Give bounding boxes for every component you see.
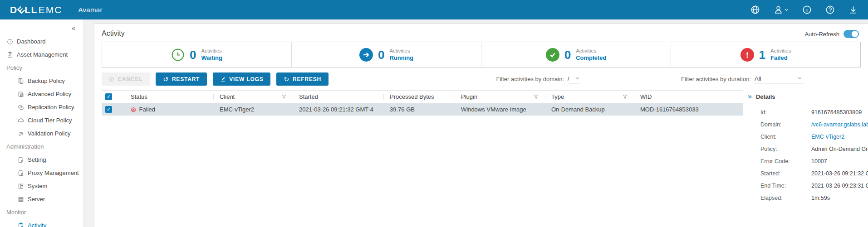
column-divider xyxy=(455,94,455,100)
sidebar-section-administration: Administration xyxy=(0,140,83,153)
info-icon[interactable] xyxy=(802,5,812,15)
table-header-row: ✓ Status Client Started Processed Bytes xyxy=(102,90,743,103)
cancel-button[interactable]: ⊘ CANCEL xyxy=(102,72,150,86)
globe-icon[interactable] xyxy=(750,5,760,15)
sidebar-item-label: Dashboard xyxy=(17,38,46,45)
column-label: WID xyxy=(640,93,652,100)
running-count: 0 xyxy=(378,49,384,61)
cancel-button-label: CANCEL xyxy=(118,76,143,82)
card-activities-completed: 0 Activities Completed xyxy=(481,42,671,67)
domain-link[interactable]: /vc6-avamar.gslabs.lab.emc.com xyxy=(811,121,868,128)
auto-refresh-label: Auto-Refresh xyxy=(804,31,839,38)
details-panel: » Details Id: 9161676485303809 Domain: /… xyxy=(743,90,868,224)
detail-field-started: Started: 2021-03-26 09:21:32 GMT-4 xyxy=(743,167,868,179)
client-link[interactable]: EMC-vTiger2 xyxy=(811,134,844,140)
sidebar-item-label: Proxy Management xyxy=(28,169,79,176)
system-icon xyxy=(17,183,24,189)
restart-button[interactable]: ↺ RESTART xyxy=(156,72,207,86)
filter-funnel-icon[interactable] xyxy=(281,94,286,99)
running-arrow-icon xyxy=(359,48,373,62)
filter-funnel-icon[interactable] xyxy=(534,94,539,99)
top-bar: DELL EMC Avamar xyxy=(0,0,868,19)
sidebar-item-validation-policy[interactable]: Validation Policy xyxy=(0,127,83,140)
card-activities-waiting: 0 Activities Waiting xyxy=(102,42,291,67)
field-value: 2021-03-26 09:21:32 GMT-4 xyxy=(811,170,868,177)
sidebar-item-proxy-management[interactable]: Proxy Management xyxy=(0,166,83,179)
row-checkbox-cell: ✓ xyxy=(102,106,124,113)
restart-button-label: RESTART xyxy=(172,76,200,82)
column-label: Plugin xyxy=(461,93,477,100)
card-activities-failed: 1 Activities Failed xyxy=(671,42,860,67)
sidebar-item-advanced-policy[interactable]: Advanced Policy xyxy=(0,87,83,101)
auto-refresh-toggle[interactable] xyxy=(843,30,859,38)
sidebar-item-dashboard[interactable]: Dashboard xyxy=(0,35,83,48)
column-header-processed-bytes[interactable]: Processed Bytes xyxy=(383,91,455,103)
dashboard-icon xyxy=(6,38,13,45)
sidebar-item-replication-policy[interactable]: Replication Policy xyxy=(0,101,83,114)
sidebar-item-system[interactable]: System xyxy=(0,179,83,193)
column-label: Started xyxy=(299,93,318,100)
card-label-completed: Completed xyxy=(576,54,606,62)
card-label-running: Running xyxy=(389,54,413,62)
main-content: Activity Auto-Refresh 0 Activities Waiti… xyxy=(94,23,868,227)
card-label-activities: Activities xyxy=(201,48,222,54)
toggle-knob xyxy=(852,31,858,37)
sidebar-item-label: Server xyxy=(28,196,45,203)
content-header: Activity Auto-Refresh xyxy=(94,24,868,42)
column-header-status[interactable]: Status xyxy=(124,91,213,103)
sidebar-item-label: Activity xyxy=(28,222,46,227)
row-started-cell: 2021-03-26 09:21:32 GMT-4 xyxy=(293,106,383,113)
duration-filter-select[interactable]: All xyxy=(754,75,803,83)
cancel-icon: ⊘ xyxy=(109,76,115,83)
row-wid-cell: MOD-1616764853033 xyxy=(634,106,743,113)
topbar-actions xyxy=(750,5,868,15)
column-header-started[interactable]: Started xyxy=(293,91,383,103)
sidebar-item-label: Backup Policy xyxy=(28,77,65,84)
dell-wordmark: DELL xyxy=(10,5,38,15)
sidebar-item-activity[interactable]: Activity xyxy=(0,219,83,227)
column-label: Type xyxy=(551,93,564,100)
domain-filter-select[interactable]: / xyxy=(567,75,580,83)
column-header-client[interactable]: Client xyxy=(213,91,293,103)
column-divider xyxy=(383,94,384,100)
filter-funnel-icon[interactable] xyxy=(623,94,628,99)
sidebar-item-setting[interactable]: Setting xyxy=(0,153,83,166)
sidebar-item-server[interactable]: Server xyxy=(0,193,83,206)
select-all-checkbox[interactable]: ✓ xyxy=(105,93,112,100)
column-divider xyxy=(213,94,214,100)
column-divider xyxy=(545,94,545,100)
setting-icon xyxy=(17,156,24,163)
sidebar-item-backup-policy[interactable]: Backup Policy xyxy=(0,74,83,87)
help-icon[interactable] xyxy=(825,5,835,15)
row-checkbox[interactable]: ✓ xyxy=(105,106,112,113)
sidebar-collapse-button[interactable]: « xyxy=(72,24,75,32)
user-menu[interactable] xyxy=(773,5,789,15)
activity-lower-region: ✓ Status Client Started Processed Bytes xyxy=(94,90,868,224)
chevron-down-icon xyxy=(575,77,579,80)
card-label-failed: Failed xyxy=(770,54,791,62)
activity-icon xyxy=(17,222,24,227)
view-logs-icon xyxy=(220,76,226,82)
download-icon[interactable] xyxy=(848,5,858,15)
duration-filter-value: All xyxy=(755,75,761,82)
sidebar-item-asset-management[interactable]: Asset Management xyxy=(0,48,83,61)
column-header-wid[interactable]: WID xyxy=(634,91,743,103)
refresh-icon: ↻ xyxy=(284,76,289,83)
column-divider xyxy=(634,94,634,100)
field-value: Admin On-Demand Group xyxy=(811,146,868,152)
refresh-button[interactable]: ↻ REFRESH xyxy=(276,72,328,86)
table-row[interactable]: ✓ ⊗ Failed EMC-vTiger2 2021-03-26 09:21:… xyxy=(102,103,743,116)
detail-field-id: Id: 9161676485303809 xyxy=(743,106,868,118)
column-header-plugin[interactable]: Plugin xyxy=(455,91,545,103)
row-type-cell: On-Demand Backup xyxy=(545,106,634,113)
column-header-type[interactable]: Type xyxy=(545,91,634,103)
details-title: Details xyxy=(756,93,775,100)
row-client-cell: EMC-vTiger2 xyxy=(213,106,293,113)
sidebar-item-cloud-tier-policy[interactable]: Cloud Tier Policy xyxy=(0,114,83,127)
view-logs-button[interactable]: VIEW LOGS xyxy=(213,72,270,86)
app-title: Avamar xyxy=(78,6,103,14)
collapse-details-icon[interactable]: » xyxy=(748,93,752,100)
field-value: 10007 xyxy=(811,158,827,164)
check-circle-icon xyxy=(546,48,559,62)
chevron-down-icon xyxy=(785,9,789,11)
